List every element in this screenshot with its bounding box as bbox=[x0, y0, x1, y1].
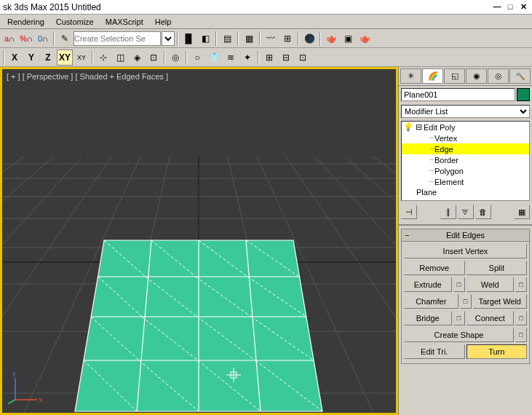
tool-2-icon[interactable]: ○ bbox=[189, 50, 205, 66]
minimize-button[interactable]: — bbox=[491, 2, 503, 12]
show-end-result-icon[interactable]: ∥ bbox=[440, 205, 456, 219]
menu-rendering[interactable]: Rendering bbox=[1, 16, 50, 28]
stack-edit-poly[interactable]: 💡 ⊟ Edit Poly bbox=[402, 122, 529, 133]
command-panel-tabs: ✳ 🌈 ◱ ◉ ◎ 🔨 bbox=[399, 67, 532, 86]
snap-2-icon[interactable]: ◫ bbox=[112, 50, 128, 66]
toolbar-separator bbox=[92, 50, 93, 65]
lightbulb-icon[interactable]: 💡 bbox=[403, 122, 413, 132]
selection-set-dropdown[interactable] bbox=[74, 31, 161, 46]
svg-text:z: z bbox=[12, 371, 16, 378]
main-toolbar-2: X Y Z XY XY ⊹ ◫ ◈ ⊡ ◎ ○ 👕 ≋ ✦ ⊞ ⊟ ⊡ bbox=[0, 48, 532, 67]
stack-edge[interactable]: ┈ Edge bbox=[402, 143, 529, 154]
selection-set-dropdown-arrow[interactable] bbox=[162, 31, 175, 46]
stack-plane[interactable]: Plane bbox=[402, 187, 529, 197]
stack-vertex[interactable]: ┈ Vertex bbox=[402, 133, 529, 143]
object-name-input[interactable] bbox=[401, 88, 515, 101]
chamfer-settings-button[interactable]: □ bbox=[460, 294, 472, 309]
tool-1-icon[interactable]: ◎ bbox=[167, 50, 183, 66]
extrude-settings-button[interactable]: □ bbox=[453, 277, 465, 292]
axis-xy2-button[interactable]: XY bbox=[74, 50, 90, 66]
snap-3-icon[interactable]: ◈ bbox=[129, 50, 145, 66]
menu-bar: Rendering Customize MAXScript Help bbox=[0, 15, 532, 29]
tool-6-icon[interactable]: ⊞ bbox=[261, 50, 277, 66]
display-tab-icon[interactable]: ◎ bbox=[488, 68, 509, 84]
create-tab-icon[interactable]: ✳ bbox=[400, 68, 421, 84]
rendered-frame-icon[interactable]: ▣ bbox=[340, 31, 356, 47]
render-setup-icon[interactable]: 🫖 bbox=[323, 31, 339, 47]
split-button[interactable]: Split bbox=[467, 261, 528, 275]
snap-toggle-icon[interactable]: 0∩ bbox=[35, 31, 51, 47]
connect-button[interactable]: Connect bbox=[467, 311, 515, 325]
rollout-toggle-icon[interactable]: − bbox=[405, 231, 409, 240]
stack-element[interactable]: ┈ Element bbox=[402, 176, 529, 187]
turn-button[interactable]: Turn bbox=[467, 344, 528, 359]
toolbar-separator bbox=[53, 31, 55, 46]
svg-line-20 bbox=[373, 157, 396, 413]
tool-3-icon[interactable]: 👕 bbox=[206, 50, 222, 66]
menu-help[interactable]: Help bbox=[149, 16, 178, 28]
connect-settings-button[interactable]: □ bbox=[515, 311, 527, 325]
create-shape-button[interactable]: Create Shape bbox=[404, 328, 514, 342]
tool-4-icon[interactable]: ≋ bbox=[223, 50, 239, 66]
curve-editor-icon[interactable]: 〰 bbox=[263, 31, 279, 47]
pin-stack-icon[interactable]: ⊣ bbox=[401, 205, 417, 219]
stack-polygon[interactable]: ┈ Polygon bbox=[402, 165, 529, 176]
edit-tri-button[interactable]: Edit Tri. bbox=[404, 344, 465, 359]
maximize-button[interactable]: □ bbox=[504, 2, 516, 12]
axis-gizmo-icon: z x bbox=[8, 371, 44, 407]
material-editor-icon[interactable]: 🌑 bbox=[301, 31, 317, 47]
snap-1-icon[interactable]: ⊹ bbox=[95, 50, 111, 66]
render-production-icon[interactable]: 🫖 bbox=[357, 31, 373, 47]
modifier-stack[interactable]: 💡 ⊟ Edit Poly ┈ Vertex ┈ Edge ┈ Border ┈… bbox=[401, 121, 530, 201]
axis-y-button[interactable]: Y bbox=[23, 50, 39, 66]
extrude-button[interactable]: Extrude bbox=[404, 277, 452, 292]
toolbar-separator bbox=[186, 50, 187, 65]
stack-border[interactable]: ┈ Border bbox=[402, 154, 529, 165]
toolbar-separator bbox=[3, 50, 4, 65]
tool-5-icon[interactable]: ✦ bbox=[239, 50, 255, 66]
bridge-settings-button[interactable]: □ bbox=[453, 311, 465, 325]
axis-z-button[interactable]: Z bbox=[40, 50, 56, 66]
make-unique-icon[interactable]: ⩔ bbox=[458, 205, 474, 219]
bridge-button[interactable]: Bridge bbox=[404, 311, 452, 325]
mirror-icon[interactable]: ▐▌ bbox=[180, 31, 196, 47]
close-button[interactable]: ✕ bbox=[517, 2, 529, 12]
edit-edges-rollout: − Edit Edges Insert Vertex Remove Split … bbox=[401, 229, 530, 364]
tool-8-icon[interactable]: ⊡ bbox=[295, 50, 311, 66]
utilities-tab-icon[interactable]: 🔨 bbox=[509, 68, 531, 84]
hierarchy-tab-icon[interactable]: ◱ bbox=[444, 68, 465, 84]
remove-button[interactable]: Remove bbox=[404, 261, 465, 275]
snap-4-icon[interactable]: ⊡ bbox=[146, 50, 162, 66]
axis-x-button[interactable]: X bbox=[7, 50, 23, 66]
weld-button[interactable]: Weld bbox=[467, 277, 515, 292]
configure-sets-icon[interactable]: ▦ bbox=[514, 205, 530, 219]
viewport-canvas[interactable] bbox=[2, 69, 396, 413]
modifier-list-dropdown[interactable]: Modifier List bbox=[401, 105, 530, 118]
tool-7-icon[interactable]: ⊟ bbox=[278, 50, 294, 66]
remove-modifier-icon[interactable]: 🗑 bbox=[475, 205, 491, 219]
edit-named-selection-icon[interactable]: ✎ bbox=[57, 31, 73, 47]
align-flyout-icon[interactable]: ◧ bbox=[197, 31, 213, 47]
modify-tab-icon[interactable]: 🌈 bbox=[422, 68, 443, 84]
schematic-view-icon[interactable]: ⊞ bbox=[279, 31, 295, 47]
collapse-icon[interactable]: ⊟ bbox=[413, 122, 424, 132]
layer-manager-icon[interactable]: ▤ bbox=[219, 31, 235, 47]
target-weld-button[interactable]: Target Weld bbox=[473, 294, 528, 309]
snap-percent-icon[interactable]: %∩ bbox=[18, 31, 34, 47]
menu-customize[interactable]: Customize bbox=[50, 16, 100, 28]
weld-settings-button[interactable]: □ bbox=[515, 277, 527, 292]
object-color-swatch[interactable] bbox=[517, 88, 530, 101]
window-title: sk 3ds Max 2015 Untitled bbox=[3, 2, 490, 12]
menu-maxscript[interactable]: MAXScript bbox=[100, 16, 149, 28]
motion-tab-icon[interactable]: ◉ bbox=[466, 68, 487, 84]
modifier-stack-buttons: ⊣ ∥ ⩔ 🗑 ▦ bbox=[399, 202, 532, 221]
viewport[interactable]: [ + ] [ Perspective ] [ Shaded + Edged F… bbox=[0, 67, 398, 415]
rollout-header-edit-edges[interactable]: − Edit Edges bbox=[401, 229, 530, 242]
insert-vertex-button[interactable]: Insert Vertex bbox=[404, 244, 527, 258]
chamfer-button[interactable]: Chamfer bbox=[404, 294, 458, 309]
graphite-ribbon-icon[interactable]: ▦ bbox=[241, 31, 257, 47]
axis-xy-button[interactable]: XY bbox=[57, 50, 73, 66]
snap-angle-a-icon[interactable]: a∩ bbox=[1, 31, 17, 47]
create-shape-settings-button[interactable]: □ bbox=[515, 328, 527, 342]
main-toolbar-1: a∩ %∩ 0∩ ✎ ▐▌ ◧ ▤ ▦ 〰 ⊞ 🌑 🫖 ▣ 🫖 bbox=[0, 29, 532, 48]
